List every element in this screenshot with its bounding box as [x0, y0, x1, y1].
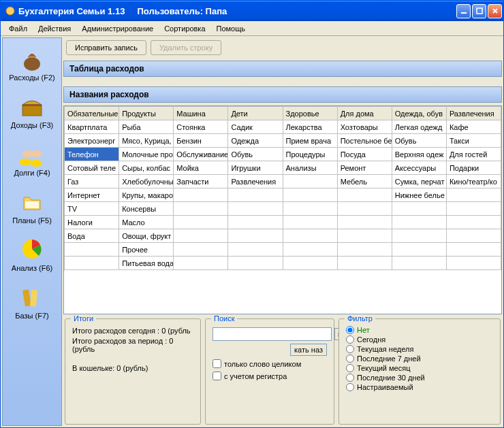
expense-table[interactable]: ОбязательныеПродуктыМашинаДетиЗдоровьеДл… — [63, 105, 502, 314]
table-cell[interactable]: Питьевая вода — [119, 257, 174, 270]
case-sensitive-checkbox[interactable] — [212, 372, 221, 380]
menu-file[interactable]: Файл — [3, 23, 33, 34]
menu-actions[interactable]: Действия — [33, 23, 76, 34]
table-cell[interactable]: Развлечения — [228, 175, 283, 188]
table-cell[interactable]: Ремонт — [337, 161, 392, 175]
table-cell[interactable] — [446, 257, 501, 270]
table-cell[interactable] — [174, 202, 228, 216]
table-cell[interactable] — [228, 202, 283, 216]
table-cell[interactable]: Овощи, фрукт — [119, 229, 174, 243]
search-input[interactable] — [212, 327, 332, 341]
table-cell[interactable] — [283, 243, 337, 257]
column-header[interactable]: Дети — [228, 107, 283, 120]
sidebar-item-2[interactable]: Долги (F4) — [5, 137, 59, 180]
filter-radio-1[interactable] — [346, 335, 354, 344]
table-cell[interactable]: Одежда — [228, 134, 283, 148]
table-cell[interactable]: Для гостей — [446, 148, 501, 161]
table-cell[interactable] — [392, 216, 446, 229]
filter-radio-5[interactable] — [346, 374, 354, 382]
table-cell[interactable]: Хозтовары — [337, 120, 392, 134]
sidebar-item-0[interactable]: Расходы (F2) — [5, 42, 59, 84]
menu-admin[interactable]: Администрирование — [76, 23, 159, 34]
table-cell[interactable]: Такси — [446, 134, 501, 148]
column-header[interactable]: Обязательные — [65, 107, 119, 120]
table-cell[interactable] — [446, 216, 501, 229]
table-cell[interactable]: Обувь — [392, 134, 446, 148]
table-cell[interactable]: Мебель — [337, 175, 392, 188]
table-cell[interactable] — [337, 243, 392, 257]
table-cell[interactable]: Анализы — [283, 161, 337, 175]
table-cell[interactable] — [392, 257, 446, 270]
table-cell[interactable]: Сотовый теле — [65, 161, 119, 175]
table-cell[interactable] — [283, 257, 337, 270]
table-cell[interactable]: Прием врача — [283, 134, 337, 148]
menu-sort[interactable]: Сортировка — [159, 23, 210, 34]
table-cell[interactable] — [283, 202, 337, 216]
table-cell[interactable]: Посуда — [337, 148, 392, 161]
table-cell[interactable] — [283, 188, 337, 202]
table-cell[interactable] — [174, 188, 228, 202]
table-cell[interactable]: TV — [65, 202, 119, 216]
table-cell[interactable]: Прочее — [119, 243, 174, 257]
table-cell[interactable] — [392, 229, 446, 243]
table-cell[interactable]: Кино/театр/ко — [446, 175, 501, 188]
table-cell[interactable] — [65, 243, 119, 257]
table-cell[interactable]: Интернет — [65, 188, 119, 202]
table-cell[interactable]: Бензин — [174, 134, 228, 148]
table-cell[interactable]: Хлебобулочны — [119, 175, 174, 188]
table-cell[interactable] — [174, 257, 228, 270]
table-cell[interactable]: Кафе — [446, 120, 501, 134]
table-cell[interactable] — [446, 243, 501, 257]
table-cell[interactable] — [337, 257, 392, 270]
close-button[interactable] — [488, 4, 502, 18]
table-cell[interactable] — [337, 202, 392, 216]
table-cell[interactable]: Молочные про — [119, 148, 174, 161]
table-cell[interactable] — [228, 257, 283, 270]
table-cell[interactable]: Подарки — [446, 161, 501, 175]
sidebar-item-5[interactable]: Базы (F7) — [5, 280, 59, 323]
table-cell[interactable]: Крупы, макаро — [119, 188, 174, 202]
table-cell[interactable] — [228, 216, 283, 229]
table-cell[interactable]: Процедуры — [283, 148, 337, 161]
table-cell[interactable]: Электроэнерг — [65, 134, 119, 148]
table-cell[interactable] — [446, 202, 501, 216]
filter-radio-3[interactable] — [346, 355, 354, 363]
table-cell[interactable] — [174, 216, 228, 229]
column-header[interactable]: Продукты — [119, 107, 174, 120]
sidebar-item-3[interactable]: Планы (F5) — [5, 185, 59, 227]
filter-radio-2[interactable] — [346, 345, 354, 353]
table-cell[interactable] — [228, 243, 283, 257]
filter-radio-4[interactable] — [346, 364, 354, 372]
table-cell[interactable] — [228, 229, 283, 243]
table-cell[interactable] — [174, 229, 228, 243]
search-back-button[interactable]: кать наз — [290, 344, 327, 356]
table-cell[interactable]: Вода — [65, 229, 119, 243]
sidebar-item-4[interactable]: Анализ (F6) — [5, 233, 59, 275]
table-cell[interactable] — [228, 188, 283, 202]
minimize-button[interactable] — [456, 4, 471, 18]
table-cell[interactable] — [337, 229, 392, 243]
column-header[interactable]: Здоровье — [283, 107, 337, 120]
table-cell[interactable]: Запчасти — [174, 175, 228, 188]
table-cell[interactable]: Сыры, колбас — [119, 161, 174, 175]
table-cell[interactable]: Садик — [228, 120, 283, 134]
whole-word-checkbox[interactable] — [212, 359, 221, 368]
edit-record-button[interactable]: Исправить запись — [66, 40, 146, 55]
menu-help[interactable]: Помощь — [211, 23, 251, 34]
table-cell[interactable]: Лекарства — [283, 120, 337, 134]
table-cell[interactable]: Масло — [119, 216, 174, 229]
table-cell[interactable] — [283, 229, 337, 243]
filter-radio-0[interactable] — [346, 326, 354, 334]
table-cell[interactable]: Легкая одежд — [392, 120, 446, 134]
table-cell[interactable]: Верхняя одеж — [392, 148, 446, 161]
table-cell[interactable]: Рыба — [119, 120, 174, 134]
table-cell[interactable] — [392, 243, 446, 257]
table-cell[interactable]: Мясо, Курица, — [119, 134, 174, 148]
table-cell[interactable]: Консервы — [119, 202, 174, 216]
column-header[interactable]: Машина — [174, 107, 228, 120]
table-cell[interactable]: Игрушки — [228, 161, 283, 175]
table-cell[interactable] — [446, 188, 501, 202]
table-cell[interactable] — [446, 229, 501, 243]
column-header[interactable]: Развлечения — [446, 107, 501, 120]
table-cell[interactable] — [392, 202, 446, 216]
